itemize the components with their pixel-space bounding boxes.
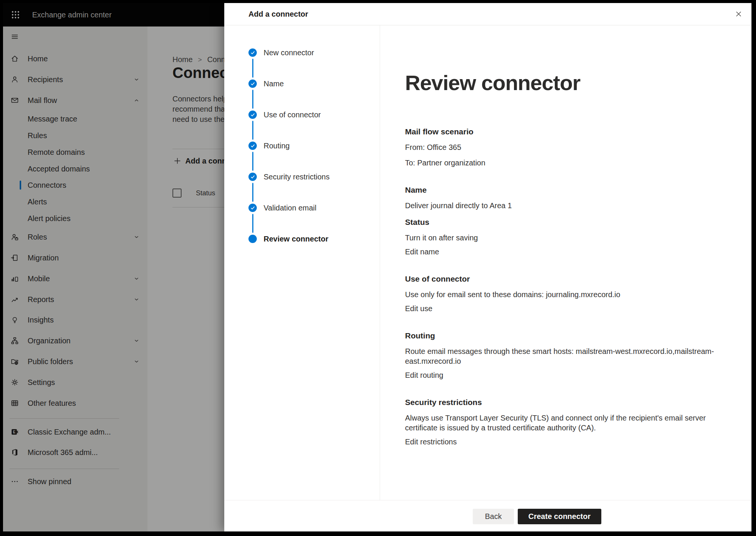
wizard-step-routing[interactable]: Routing xyxy=(224,137,380,154)
completed-check-icon xyxy=(248,173,257,181)
edit-use-link[interactable]: Edit use xyxy=(405,304,432,313)
wizard-rail-segment xyxy=(252,59,253,78)
wizard-step-validation-email[interactable]: Validation email xyxy=(224,199,380,216)
completed-check-icon xyxy=(248,79,257,88)
wizard-step-label: Security restrictions xyxy=(264,168,330,185)
wizard-rail-segment xyxy=(252,183,253,202)
current-step-dot-icon xyxy=(248,235,257,243)
panel-footer: Back Create connector xyxy=(224,500,751,531)
add-connector-panel: Add a connector New connectorNameUse of … xyxy=(224,3,751,531)
wizard-step-new-connector[interactable]: New connector xyxy=(224,44,380,61)
wizard-step-label: New connector xyxy=(264,44,314,61)
edit-routing-link[interactable]: Edit routing xyxy=(405,370,443,380)
wizard-step-name[interactable]: Name xyxy=(224,75,380,92)
wizard-rail-segment xyxy=(252,121,253,140)
review-content: Review connector Mail flow scenarioFrom:… xyxy=(380,25,751,500)
section-heading-security-restrictions: Security restrictions xyxy=(405,397,717,407)
section-text: Turn it on after saving xyxy=(405,233,717,243)
wizard-rail-segment xyxy=(252,90,253,109)
wizard-step-label: Name xyxy=(264,75,284,92)
close-icon[interactable] xyxy=(732,7,745,21)
wizard-step-label: Validation email xyxy=(264,199,317,216)
section-text: Route email messages through these smart… xyxy=(405,346,717,366)
panel-header: Add a connector xyxy=(224,3,751,25)
section-heading-routing: Routing xyxy=(405,331,717,341)
screen: Exchange admin center HomeRecipientsMail… xyxy=(3,3,751,531)
section-heading-mail-flow-scenario: Mail flow scenario xyxy=(405,127,717,137)
wizard-steps: New connectorNameUse of connectorRouting… xyxy=(224,25,380,500)
wizard-step-label: Routing xyxy=(264,137,290,154)
completed-check-icon xyxy=(248,142,257,150)
completed-check-icon xyxy=(248,48,257,57)
review-title: Review connector xyxy=(405,71,717,95)
edit-name-link[interactable]: Edit name xyxy=(405,247,439,257)
section-heading-use-of-connector: Use of connector xyxy=(405,274,717,284)
back-button[interactable]: Back xyxy=(473,509,514,524)
panel-title: Add a connector xyxy=(248,3,308,25)
wizard-step-security-restrictions[interactable]: Security restrictions xyxy=(224,168,380,185)
section-text: Deliver journal directly to Area 1 xyxy=(405,201,717,210)
wizard-rail-segment xyxy=(252,214,253,233)
section-text: To: Partner organization xyxy=(405,158,717,168)
wizard-step-label: Use of connector xyxy=(264,106,321,123)
section-text: Always use Transport Layer Security (TLS… xyxy=(405,413,717,433)
section-text: Use only for email sent to these domains… xyxy=(405,290,717,299)
wizard-step-label: Review connector xyxy=(264,231,328,247)
completed-check-icon xyxy=(248,111,257,119)
wizard-step-use-of-connector[interactable]: Use of connector xyxy=(224,106,380,123)
section-text: From: Office 365 xyxy=(405,142,717,152)
create-connector-button[interactable]: Create connector xyxy=(518,509,601,524)
section-heading-name: Name xyxy=(405,185,717,195)
edit-restrictions-link[interactable]: Edit restrictions xyxy=(405,437,457,447)
wizard-step-review-connector[interactable]: Review connector xyxy=(224,231,380,247)
completed-check-icon xyxy=(248,204,257,212)
wizard-rail-segment xyxy=(252,152,253,171)
section-heading-status: Status xyxy=(405,217,717,227)
